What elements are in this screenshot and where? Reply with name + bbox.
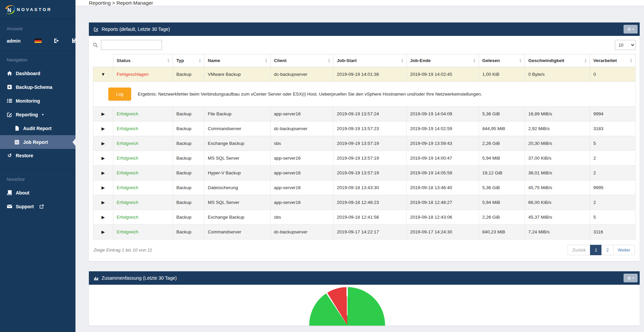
- cell-gelesen: 1,00 KiB: [479, 67, 525, 82]
- sort-icon: ▲▼: [199, 58, 202, 63]
- cell-client: dc-backupserver: [270, 121, 333, 136]
- breadcrumb: Reporting > Report-Manager: [75, 0, 644, 6]
- pagination: Zurück 1 2 Weiter: [568, 245, 635, 255]
- sidebar-item-backup-schema[interactable]: Backup-Schema: [0, 80, 75, 94]
- cell-client: dc-backupserver: [270, 225, 333, 239]
- sidebar-item-restore[interactable]: ↺ Restore: [0, 149, 75, 162]
- page-size-select[interactable]: 10: [615, 40, 636, 50]
- gear-icon: ⚙: [627, 27, 631, 32]
- pagination-page-1-button[interactable]: 1: [590, 245, 602, 255]
- pagination-prev-button[interactable]: Zurück: [568, 245, 590, 255]
- restore-icon: ↺: [7, 153, 12, 158]
- column-header-geschwindigkeit[interactable]: Geschwindigkeit▲▼: [525, 54, 590, 67]
- pagination-next-button[interactable]: Weiter: [613, 245, 635, 255]
- row-expand-icon[interactable]: ▶: [93, 136, 113, 151]
- cell-ende: 2019-09-18 12:43:06: [407, 210, 479, 225]
- logo[interactable]: N NOVASTOR: [0, 0, 75, 19]
- cell-status: Erfolgreich: [113, 107, 173, 121]
- cell-status: Erfolgreich: [113, 166, 173, 180]
- cell-name: File Backup: [204, 107, 270, 121]
- language-flag-german-icon[interactable]: [35, 39, 42, 43]
- row-expand-icon[interactable]: ▶: [93, 195, 113, 210]
- sidebar-item-about[interactable]: About: [0, 186, 75, 200]
- cell-geschwindigkeit: 16,89 MiB/s: [525, 107, 590, 121]
- reports-settings-button[interactable]: ⚙ ▾: [624, 25, 638, 34]
- navigation-section-label: Navigation: [0, 51, 75, 65]
- cell-verarbeitet: 9995: [590, 180, 636, 195]
- cell-start: 2019-09-19 13:57:19: [333, 151, 407, 166]
- cell-verarbeitet: 5: [590, 210, 636, 225]
- external-link-icon: [39, 204, 44, 209]
- cell-typ: Backup: [173, 121, 204, 136]
- summary-settings-button[interactable]: ⚙ ▾: [624, 274, 638, 282]
- cell-typ: Backup: [173, 180, 204, 195]
- table-row: ▶ErfolgreichBackupCommandserverdc-backup…: [93, 121, 636, 136]
- cell-verarbeitet: 2: [590, 195, 636, 210]
- sidebar-item-job-report[interactable]: Job Report: [0, 135, 75, 149]
- cell-gelesen: 2,26 GiB: [479, 136, 525, 151]
- sidebar-item-audit-report[interactable]: Audit Report: [0, 121, 75, 135]
- row-expand-icon[interactable]: ▶: [93, 107, 113, 121]
- row-expand-icon[interactable]: ▶: [93, 151, 113, 166]
- cell-ende: 2019-09-19 14:04:09: [407, 107, 479, 121]
- row-expand-icon[interactable]: ▶: [93, 210, 113, 225]
- chevron-down-icon: ▾: [633, 276, 634, 280]
- column-header-job-ende[interactable]: Job-Ende▲▼: [407, 54, 479, 67]
- cell-verarbeitet: 2: [590, 151, 636, 166]
- sign-out-icon[interactable]: [54, 38, 59, 44]
- cell-ende: 2019-09-19 14:02:59: [407, 121, 479, 136]
- active-item-notch: [72, 139, 75, 146]
- column-header-job-start[interactable]: Job-Start▲▼: [333, 54, 407, 67]
- row-collapse-icon[interactable]: ▼: [93, 67, 113, 82]
- cell-gelesen: 5,36 GiB: [479, 107, 525, 121]
- row-expand-icon[interactable]: ▶: [93, 166, 113, 180]
- cell-name: VMware Backup: [204, 67, 270, 82]
- row-expand-icon[interactable]: ▶: [93, 225, 113, 239]
- cell-name: Exchange Backup: [204, 210, 270, 225]
- log-button[interactable]: Log: [108, 88, 131, 101]
- sort-icon: ▲▼: [401, 58, 404, 63]
- account-section-label: Account: [0, 19, 75, 34]
- sidebar-footer-nav: About Support: [0, 184, 75, 213]
- cell-verarbeitet: 2: [590, 166, 636, 180]
- search-input[interactable]: [101, 40, 162, 50]
- row-expand-icon[interactable]: ▶: [93, 121, 113, 136]
- row-expand-icon[interactable]: ▶: [93, 180, 113, 195]
- sidebar-item-dashboard[interactable]: Dashboard: [0, 66, 75, 80]
- app-root: N NOVASTOR Account admin: [0, 0, 644, 332]
- column-header-verarbeitet[interactable]: Verarbeitet▲▼: [590, 54, 636, 67]
- cell-status: Erfolgreich: [113, 151, 173, 166]
- list-icon: [7, 98, 12, 104]
- sort-icon: ▲▼: [327, 58, 330, 63]
- cell-ende: 2019-09-18 13:46:40: [407, 180, 479, 195]
- cell-typ: Backup: [173, 166, 204, 180]
- column-header-typ[interactable]: Typ▲▼: [173, 54, 204, 67]
- cell-ende: 2019-09-18 12:48:27: [407, 195, 479, 210]
- cell-ende: 2019-09-17 14:24:30: [407, 225, 479, 239]
- column-header-client[interactable]: Client▲▼: [270, 54, 333, 67]
- header-row: Status▲▼ Typ▲▼ Name▲▼ Client▲▼ Job-Start…: [93, 54, 636, 67]
- column-header-gelesen[interactable]: Gelesen▲▼: [479, 54, 525, 67]
- cell-typ: Backup: [173, 136, 204, 151]
- gear-icon: ⚙: [627, 276, 631, 280]
- novastor-section-label: NovaStor: [0, 170, 75, 184]
- cell-start: 2019-09-19 13:57:24: [333, 107, 407, 121]
- cell-typ: Backup: [173, 151, 204, 166]
- sidebar-item-monitoring[interactable]: Monitoring: [0, 94, 75, 108]
- column-header-name[interactable]: Name▲▼: [204, 54, 270, 67]
- cell-client: sbs: [270, 136, 333, 151]
- cell-ende: 2019-09-19 14:00:47: [407, 151, 479, 166]
- table-row: ▼FehlgeschlagenBackupVMware Backupdc-bac…: [93, 67, 636, 82]
- book-icon: [7, 190, 12, 196]
- sidebar-item-reporting[interactable]: Reporting ▾: [0, 108, 75, 121]
- sidebar-item-support[interactable]: Support: [0, 200, 75, 213]
- column-header-status[interactable]: Status▲▼: [113, 54, 173, 67]
- cell-client: dc-backupserver: [270, 67, 333, 82]
- nav-label: About: [16, 190, 29, 196]
- nav-label: Restore: [16, 153, 33, 158]
- edit-icon: [94, 27, 99, 32]
- nav-label: Backup-Schema: [16, 85, 52, 90]
- cell-gelesen: 5,36 GiB: [479, 180, 525, 195]
- save-icon[interactable]: [71, 38, 77, 44]
- pagination-page-2-button[interactable]: 2: [601, 245, 613, 255]
